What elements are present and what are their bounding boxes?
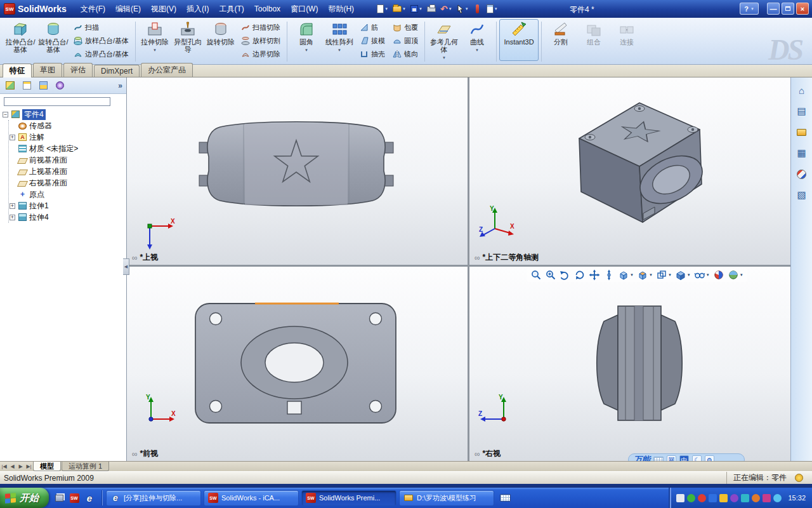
home-resources-icon[interactable]: ⌂ <box>794 82 810 98</box>
tab-scroll-right-icon[interactable]: ▶ <box>16 464 25 469</box>
tab-model[interactable]: 模型 <box>33 462 61 471</box>
select-cursor-icon[interactable]: ▼ <box>455 3 470 15</box>
tray-icon[interactable] <box>709 494 717 502</box>
restore-button[interactable] <box>782 3 794 15</box>
minimize-button[interactable]: — <box>767 3 780 15</box>
join-button[interactable]: 连接 <box>610 19 643 46</box>
ime-moon-icon[interactable]: ☾ <box>692 455 702 461</box>
display-style-icon[interactable]: ▼ <box>675 269 691 281</box>
instant3d-button[interactable]: Instant3D <box>499 19 539 61</box>
tree-item-annotations[interactable]: + A 注解 <box>10 131 126 143</box>
zoom-fit-icon[interactable] <box>530 269 542 281</box>
panel-chevron-icon[interactable]: » <box>118 81 124 90</box>
tray-icon[interactable] <box>687 494 695 502</box>
print-icon[interactable] <box>426 3 437 15</box>
help-button[interactable]: ?▼ <box>740 3 759 15</box>
view-palette-icon[interactable]: ▦ <box>794 145 810 161</box>
viewport-front-view[interactable]: Y X ∞ *前视 <box>127 267 468 461</box>
part-isometric-view[interactable] <box>551 89 723 238</box>
tray-icon[interactable] <box>741 494 749 502</box>
viewport-splitter-vertical[interactable] <box>468 77 469 461</box>
tree-item-origin[interactable]: + 原点 <box>10 189 126 200</box>
viewport-splitter-horizontal[interactable] <box>127 265 790 267</box>
dome-button[interactable]: 圆顶 <box>390 35 421 46</box>
tree-item-sensors[interactable]: 传感器 <box>10 120 126 131</box>
mirror-button[interactable]: 镜向 <box>390 48 421 60</box>
wrap-button[interactable]: 包覆 <box>390 22 421 33</box>
sweep-cut-button[interactable]: 扫描切除 <box>239 22 283 33</box>
menu-edit[interactable]: 编辑(E) <box>110 0 146 18</box>
view-orientation-icon[interactable]: ▼ <box>656 269 672 281</box>
ime-settings-icon[interactable]: ⚙ <box>705 455 714 461</box>
tray-icon[interactable] <box>773 494 782 502</box>
tray-icon[interactable] <box>719 494 728 502</box>
tree-root-part[interactable]: − 零件4 <box>3 109 126 120</box>
tree-item-front-plane[interactable]: 前视基准面 <box>10 154 126 166</box>
viewport-top-view[interactable]: X ∞ *上视 <box>127 77 468 265</box>
menu-window[interactable]: 窗口(W) <box>285 0 323 18</box>
tree-item-extrude1[interactable]: + 拉伸1 <box>10 200 126 211</box>
taskbar-clock[interactable]: 15:32 <box>788 494 806 502</box>
taskbar-task-browser[interactable]: e [分享]拉伸与切除... <box>106 490 201 506</box>
ime-toolbar[interactable]: 万能 网 中 ☾ ⚙ <box>628 453 745 461</box>
section-view-icon[interactable]: ▼ <box>637 269 653 281</box>
tree-item-top-plane[interactable]: 上视基准面 <box>10 166 126 177</box>
draft-button[interactable]: 拔模 <box>357 35 388 46</box>
extrude-cut-button[interactable]: 拉伸切除 ▼ <box>138 19 171 55</box>
status-tip-icon[interactable] <box>795 474 803 482</box>
hide-show-items-icon[interactable]: ▼ <box>694 269 710 281</box>
feature-filter-input[interactable] <box>4 97 110 106</box>
fillet-button[interactable]: 圆角 ▼ <box>290 19 323 55</box>
loft-cut-button[interactable]: 放样切割 <box>239 35 283 46</box>
tray-icon[interactable] <box>676 494 684 502</box>
ime-keyboard-icon[interactable] <box>653 457 664 462</box>
configurationmanager-tab-icon[interactable] <box>36 79 51 92</box>
revolve-cut-button[interactable]: 旋转切除 <box>204 19 237 46</box>
viewport-right-view[interactable]: Y Z ∞ *右视 <box>469 267 790 461</box>
menu-insert[interactable]: 插入(I) <box>181 0 214 18</box>
roll-view-icon[interactable] <box>603 269 615 281</box>
propertymanager-tab-icon[interactable] <box>19 79 34 92</box>
appearances-scenes-icon[interactable] <box>794 166 810 182</box>
undo-icon[interactable]: ↶▼ <box>439 3 454 15</box>
split-button[interactable]: 分割 <box>544 19 577 46</box>
collapse-icon[interactable]: − <box>3 112 8 117</box>
sweep-button[interactable]: 扫描 <box>71 22 131 33</box>
rotate-view-icon[interactable] <box>574 269 586 281</box>
tab-dimxpert[interactable]: DimXpert <box>94 65 140 77</box>
edit-appearance-icon[interactable] <box>713 269 724 281</box>
taskbar-task-folder[interactable]: D:\罗功波\模型练习 <box>399 490 494 506</box>
viewport-isometric[interactable]: Y X Z ∞ *上下二等角轴测 <box>469 77 790 265</box>
menu-file[interactable]: 文件(F) <box>75 0 110 18</box>
tray-icon[interactable] <box>730 494 738 502</box>
tab-motion-study[interactable]: 运动算例 1 <box>62 462 109 471</box>
tab-scroll-last-icon[interactable]: ▶| <box>25 464 33 469</box>
show-desktop-icon[interactable] <box>53 491 65 504</box>
solidworks-quicklaunch-icon[interactable]: SW <box>68 491 81 504</box>
taskbar-task-solidworks-premium[interactable]: SW SolidWorks Premi... <box>301 490 396 506</box>
tree-item-right-plane[interactable]: 右视基准面 <box>10 177 126 189</box>
options-sheet-icon[interactable]: ▼ <box>485 3 499 15</box>
part-top-view[interactable] <box>198 117 395 212</box>
tab-features[interactable]: 特征 <box>3 64 32 77</box>
extrude-boss-button[interactable]: 拉伸凸台/基体 <box>4 19 37 54</box>
zoom-area-icon[interactable] <box>545 269 556 281</box>
drawing-view-icon[interactable]: ▼ <box>618 269 634 281</box>
expand-icon[interactable]: + <box>10 203 15 209</box>
linear-pattern-button[interactable]: 线性阵列 ▼ <box>323 19 356 55</box>
save-icon[interactable]: ▼ <box>409 3 424 15</box>
boundary-cut-button[interactable]: 边界切除 <box>239 48 283 60</box>
taskbar-task-solidworks-ica[interactable]: SW SolidWorks - iCA... <box>204 490 299 506</box>
tool-icon[interactable] <box>472 3 483 15</box>
design-library-icon[interactable]: ▤ <box>794 103 810 119</box>
revolve-boss-button[interactable]: 旋转凸台/基体 <box>37 19 70 54</box>
tab-sketch[interactable]: 草图 <box>33 63 62 77</box>
combine-button[interactable]: 组合 <box>577 19 610 46</box>
ime-name[interactable]: 万能 <box>634 454 650 461</box>
tab-scroll-left-icon[interactable]: ◀ <box>8 464 16 469</box>
custom-properties-icon[interactable]: ▧ <box>794 187 810 203</box>
expand-icon[interactable]: + <box>10 135 15 140</box>
dimxpertmanager-tab-icon[interactable] <box>52 79 67 92</box>
menu-view[interactable]: 视图(V) <box>146 0 181 18</box>
featuremanager-tab-icon[interactable] <box>3 79 18 92</box>
